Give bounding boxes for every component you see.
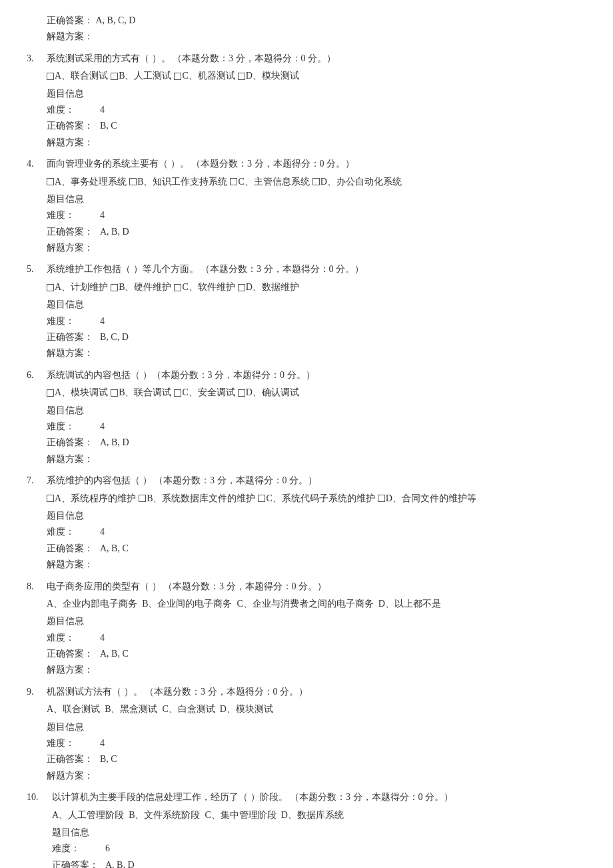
question-7-difficulty: 4 [100, 525, 105, 539]
question-4-row: 4. 面向管理业务的系统主要有（ ）。 （本题分数：3 分，本题得分：0 分。） [27, 157, 586, 171]
question-6-answer-row: 正确答案： A, B, D [47, 435, 586, 450]
question-3-meta-title: 题目信息 [47, 87, 586, 101]
checkbox-6a-icon[interactable] [47, 389, 54, 397]
difficulty-label-5: 难度： [47, 314, 100, 329]
checkbox-6b-icon[interactable] [111, 389, 118, 397]
checkbox-3b-icon[interactable] [111, 73, 118, 80]
question-10-block: 10. 以计算机为主要手段的信息处理工作，经历了（ ）阶段。 （本题分数：3 分… [27, 790, 586, 868]
checkbox-4a-icon[interactable] [47, 178, 54, 185]
checkbox-3a-icon[interactable] [47, 73, 54, 80]
answer-only-block: 正确答案： A, B, C, D 解题方案： [27, 13, 586, 45]
option-4b[interactable]: B、知识工作支持系统 [137, 175, 227, 189]
question-4-difficulty-row: 难度： 4 [47, 208, 586, 223]
question-9-block: 9. 机器测试方法有（ ）。 （本题分数：3 分，本题得分：0 分。） A、联合… [27, 685, 586, 783]
option-8d[interactable]: D、以上都不是 [378, 597, 441, 611]
option-9d[interactable]: D、模块测试 [220, 702, 273, 717]
question-3-block: 3. 系统测试采用的方式有（ ）。 （本题分数：3 分，本题得分：0 分。） A… [27, 51, 586, 150]
question-8-number: 8. [27, 579, 47, 594]
checkbox-7c-icon[interactable] [258, 495, 265, 502]
question-4-text: 面向管理业务的系统主要有（ ）。 （本题分数：3 分，本题得分：0 分。） [47, 157, 586, 171]
question-6-text: 系统调试的内容包括（ ）（本题分数：3 分，本题得分：0 分。） [47, 368, 586, 383]
checkbox-6d-icon[interactable] [238, 389, 245, 397]
solution-label-3: 解题方案： [47, 135, 100, 150]
option-3b[interactable]: B、人工测试 [119, 69, 171, 83]
option-8b[interactable]: B、企业间的电子商务 [142, 597, 232, 611]
question-9-number: 9. [27, 685, 47, 699]
question-9-answer-row: 正确答案： B, C [47, 752, 586, 767]
option-4c[interactable]: C、主管信息系统 [238, 175, 309, 189]
option-6b[interactable]: B、联合调试 [119, 385, 171, 400]
correct-answer-label-10: 正确答案： [52, 858, 105, 868]
option-6c[interactable]: C、安全调试 [182, 385, 235, 400]
checkbox-7b-icon[interactable] [139, 495, 146, 502]
option-7c[interactable]: C、系统代码子系统的维护 [266, 491, 374, 506]
question-9-options: A、联合测试 B、黑盒测试 C、白盒测试 D、模块测试 [47, 702, 586, 717]
question-7-meta: 题目信息 难度： 4 正确答案： A, B, C 解题方案： [47, 509, 586, 573]
question-3-options: A、联合测试 B、人工测试 C、机器测试 D、模块测试 [47, 69, 586, 83]
question-6-number: 6. [27, 368, 47, 383]
checkbox-7a-icon[interactable] [47, 495, 54, 502]
question-3-difficulty: 4 [100, 103, 105, 117]
question-5-difficulty: 4 [100, 314, 105, 329]
checkbox-6c-icon[interactable] [174, 389, 181, 397]
option-5a[interactable]: A、计划维护 [55, 280, 108, 295]
question-6-difficulty: 4 [100, 419, 105, 434]
option-4a[interactable]: A、事务处理系统 [55, 175, 127, 189]
checkbox-5b-icon[interactable] [111, 284, 118, 291]
correct-answer-value: A, B, C, D [96, 15, 136, 25]
checkbox-3d-icon[interactable] [238, 73, 245, 80]
option-8c[interactable]: C、企业与消费者之间的电子商务 [237, 597, 373, 611]
question-6-row: 6. 系统调试的内容包括（ ）（本题分数：3 分，本题得分：0 分。） [27, 368, 586, 383]
question-10-number: 10. [27, 790, 52, 805]
option-6a[interactable]: A、模块调试 [55, 385, 108, 400]
option-10c[interactable]: C、集中管理阶段 [205, 808, 276, 823]
question-7-answer-row: 正确答案： A, B, C [47, 541, 586, 556]
option-8a[interactable]: A、企业内部电子商务 [47, 597, 137, 611]
checkbox-5c-icon[interactable] [174, 284, 181, 291]
option-10b[interactable]: B、文件系统阶段 [129, 808, 200, 823]
checkbox-7d-icon[interactable] [378, 495, 385, 502]
question-5-number: 5. [27, 262, 47, 277]
difficulty-label: 难度： [47, 103, 100, 117]
question-6-block: 6. 系统调试的内容包括（ ）（本题分数：3 分，本题得分：0 分。） A、模块… [27, 368, 586, 467]
checkbox-4c-icon[interactable] [230, 178, 237, 185]
option-10d[interactable]: D、数据库系统 [281, 808, 344, 823]
option-4d[interactable]: D、办公自动化系统 [320, 175, 402, 189]
question-5-meta-title: 题目信息 [47, 297, 586, 312]
option-7d[interactable]: D、合同文件的维护等 [386, 491, 476, 506]
checkbox-5a-icon[interactable] [47, 284, 54, 291]
question-6-meta-title: 题目信息 [47, 403, 586, 418]
question-10-text: 以计算机为主要手段的信息处理工作，经历了（ ）阶段。 （本题分数：3 分，本题得… [52, 790, 586, 805]
option-5b[interactable]: B、硬件维护 [119, 280, 171, 295]
difficulty-label-7: 难度： [47, 525, 100, 539]
option-3d[interactable]: D、模块测试 [246, 69, 299, 83]
checkbox-3c-icon[interactable] [174, 73, 181, 80]
option-3a[interactable]: A、联合测试 [55, 69, 108, 83]
option-7b[interactable]: B、系统数据库文件的维护 [147, 491, 255, 506]
question-8-answer: A, B, C [100, 647, 129, 661]
checkbox-5d-icon[interactable] [238, 284, 245, 291]
option-9b[interactable]: B、黑盒测试 [105, 702, 157, 717]
correct-answer-label-7: 正确答案： [47, 541, 100, 556]
option-5d[interactable]: D、数据维护 [246, 280, 299, 295]
option-7a[interactable]: A、系统程序的维护 [55, 491, 136, 506]
option-10a[interactable]: A、人工管理阶段 [52, 808, 124, 823]
question-4-answer-row: 正确答案： A, B, D [47, 225, 586, 239]
question-3-difficulty-row: 难度： 4 [47, 103, 586, 117]
question-10-answer-row: 正确答案： A, B, D [52, 858, 586, 868]
option-6d[interactable]: D、确认调试 [246, 385, 299, 400]
question-8-options: A、企业内部电子商务 B、企业间的电子商务 C、企业与消费者之间的电子商务 D、… [47, 597, 586, 611]
correct-answer-header: 正确答案： A, B, C, D [47, 13, 586, 28]
question-7-text: 系统维护的内容包括（ ） （本题分数：3 分，本题得分：0 分。） [47, 473, 586, 488]
question-6-meta: 题目信息 难度： 4 正确答案： A, B, D 解题方案： [47, 403, 586, 467]
correct-answer-label: 正确答案： [47, 15, 93, 25]
correct-answer-label-4: 正确答案： [47, 225, 100, 239]
question-4-meta: 题目信息 难度： 4 正确答案： A, B, D 解题方案： [47, 192, 586, 256]
checkbox-4d-icon[interactable] [312, 178, 320, 185]
option-9c[interactable]: C、白盒测试 [162, 702, 215, 717]
solution-label-4: 解题方案： [47, 241, 100, 255]
checkbox-4b-icon[interactable] [129, 178, 137, 185]
option-9a[interactable]: A、联合测试 [47, 702, 100, 717]
option-3c[interactable]: C、机器测试 [182, 69, 235, 83]
option-5c[interactable]: C、软件维护 [182, 280, 235, 295]
